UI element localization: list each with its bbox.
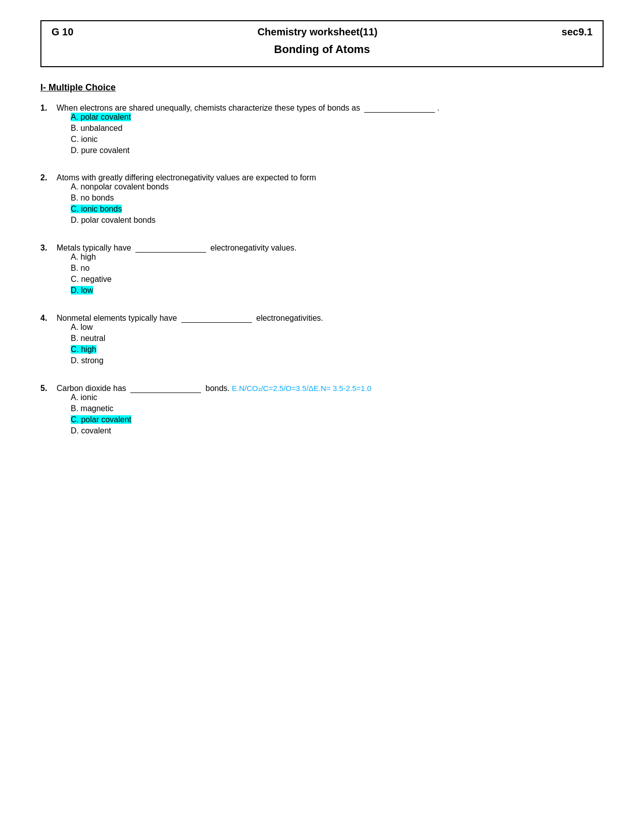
question-text-4: 4.Nonmetal elements typically have elect…: [40, 313, 604, 323]
highlighted-answer-1: A. polar covalent: [71, 113, 131, 121]
question-block-4: 4.Nonmetal elements typically have elect…: [40, 313, 604, 365]
question-body-3: Metals typically have electronegativity …: [57, 243, 296, 253]
options-1: A. polar covalentB. unbalancedC. ionicD.…: [40, 113, 604, 155]
highlighted-answer-2: C. ionic bonds: [71, 205, 122, 213]
questions-container: 1.When electrons are shared unequally, c…: [40, 103, 604, 435]
question-text-3: 3.Metals typically have electronegativit…: [40, 243, 604, 253]
option-4-1: A. low: [71, 323, 604, 332]
option-4-3: C. high: [71, 345, 604, 354]
question-number-1: 1.: [40, 104, 53, 113]
option-4-2: B. neutral: [71, 334, 604, 343]
question-block-2: 2.Atoms with greatly differing electrone…: [40, 173, 604, 225]
question-number-5: 5.: [40, 384, 53, 393]
question-number-2: 2.: [40, 173, 53, 182]
option-1-3: C. ionic: [71, 135, 604, 144]
grade-label: G 10: [52, 26, 73, 38]
option-1-2: B. unbalanced: [71, 124, 604, 133]
option-5-3: C. polar covalent: [71, 415, 604, 424]
highlighted-answer-5: C. polar covalent: [71, 415, 131, 424]
options-5: A. ionicB. magneticC. polar covalentD. c…: [40, 393, 604, 435]
question-number-3: 3.: [40, 243, 53, 253]
blank-5: [130, 383, 201, 393]
question-text-2: 2.Atoms with greatly differing electrone…: [40, 173, 604, 182]
header-box: G 10 Chemistry worksheet(11) sec9.1 Bond…: [40, 20, 604, 67]
worksheet-subtitle: Bonding of Atoms: [52, 43, 592, 56]
option-3-3: C. negative: [71, 275, 604, 284]
option-3-2: B. no: [71, 264, 604, 273]
question-body-5: Carbon dioxide has bonds. E.N/CO₂/C=2.5/…: [57, 383, 371, 393]
blank-3: [135, 243, 206, 253]
note-5: E.N/CO₂/C=2.5/O=3.5/ΔE.N= 3.5-2.5=1.0: [230, 384, 371, 393]
options-2: A. nonpolar covalent bondsB. no bondsC. …: [40, 182, 604, 225]
question-body-4: Nonmetal elements typically have electro…: [57, 313, 323, 323]
question-number-4: 4.: [40, 314, 53, 323]
options-4: A. lowB. neutralC. highD. strong: [40, 323, 604, 365]
question-body-2: Atoms with greatly differing electronega…: [57, 173, 316, 182]
blank-4: [181, 313, 252, 323]
question-text-5: 5.Carbon dioxide has bonds. E.N/CO₂/C=2.…: [40, 383, 604, 393]
question-body-1: When electrons are shared unequally, che…: [57, 103, 439, 113]
question-block-3: 3.Metals typically have electronegativit…: [40, 243, 604, 295]
highlighted-answer-3: D. low: [71, 286, 93, 295]
option-5-4: D. covalent: [71, 426, 604, 435]
option-5-1: A. ionic: [71, 393, 604, 402]
option-1-1: A. polar covalent: [71, 113, 604, 122]
header-top: G 10 Chemistry worksheet(11) sec9.1: [52, 26, 592, 38]
option-5-2: B. magnetic: [71, 404, 604, 413]
highlighted-answer-4: C. high: [71, 345, 96, 354]
option-2-2: B. no bonds: [71, 193, 604, 203]
worksheet-title: Chemistry worksheet(11): [258, 26, 378, 38]
option-2-4: D. polar covalent bonds: [71, 216, 604, 225]
option-3-1: A. high: [71, 253, 604, 262]
options-3: A. highB. noC. negativeD. low: [40, 253, 604, 295]
question-text-1: 1.When electrons are shared unequally, c…: [40, 103, 604, 113]
option-3-4: D. low: [71, 286, 604, 295]
option-2-1: A. nonpolar covalent bonds: [71, 182, 604, 191]
option-2-3: C. ionic bonds: [71, 205, 604, 214]
option-1-4: D. pure covalent: [71, 146, 604, 155]
question-block-5: 5.Carbon dioxide has bonds. E.N/CO₂/C=2.…: [40, 383, 604, 435]
blank-1: [364, 103, 435, 113]
option-4-4: D. strong: [71, 356, 604, 365]
section-label: sec9.1: [562, 26, 592, 38]
question-block-1: 1.When electrons are shared unequally, c…: [40, 103, 604, 155]
section-title: I- Multiple Choice: [40, 82, 604, 93]
